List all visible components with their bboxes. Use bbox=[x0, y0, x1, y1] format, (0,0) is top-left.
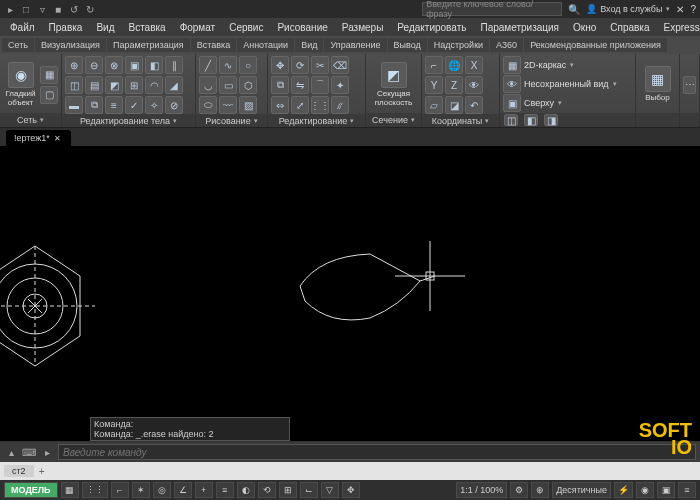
tab-manage[interactable]: Управление bbox=[324, 38, 386, 52]
gizmo-icon[interactable]: ✥ bbox=[342, 482, 360, 498]
file-tab-drawing1[interactable]: !ертеж1* ✕ bbox=[6, 130, 71, 146]
exchange-icon[interactable]: ✕ bbox=[676, 4, 684, 15]
line-icon[interactable]: ╱ bbox=[199, 56, 217, 74]
intersect-icon[interactable]: ⊗ bbox=[105, 56, 123, 74]
slice-icon[interactable]: ∥ bbox=[165, 56, 183, 74]
command-input[interactable] bbox=[58, 444, 696, 460]
explode-icon[interactable]: ✦ bbox=[331, 76, 349, 94]
menu-insert[interactable]: Вставка bbox=[122, 20, 171, 35]
ucs-x-icon[interactable]: X bbox=[465, 56, 483, 74]
rotate-icon[interactable]: ⟳ bbox=[291, 56, 309, 74]
subtract-icon[interactable]: ⊖ bbox=[85, 56, 103, 74]
tab-a360[interactable]: A360 bbox=[490, 38, 523, 52]
ortho-toggle-icon[interactable]: ⌐ bbox=[111, 482, 129, 498]
osnap-toggle-icon[interactable]: ◎ bbox=[153, 482, 171, 498]
hatch-icon[interactable]: ▨ bbox=[239, 96, 257, 114]
vis-ex-icon-1[interactable]: ◫ bbox=[504, 114, 518, 126]
panel-modify-label[interactable]: Редактирование▾ bbox=[268, 114, 365, 127]
filter-icon[interactable]: ▽ bbox=[321, 482, 339, 498]
imprint-icon[interactable]: ◩ bbox=[105, 76, 123, 94]
tab-insert[interactable]: Вставка bbox=[191, 38, 236, 52]
move-icon[interactable]: ✥ bbox=[271, 56, 289, 74]
add-layout-icon[interactable]: + bbox=[35, 464, 49, 478]
vis-ex-icon-2[interactable]: ◧ bbox=[524, 114, 538, 126]
ucs-icon[interactable]: ⌐ bbox=[425, 56, 443, 74]
hardware-accel-icon[interactable]: ⚡ bbox=[614, 482, 633, 498]
tab-output[interactable]: Вывод bbox=[388, 38, 427, 52]
drawing-canvas[interactable]: Команда: Команда: _.erase найдено: 2 bbox=[0, 146, 700, 442]
union-icon[interactable]: ⊕ bbox=[65, 56, 83, 74]
otrack-toggle-icon[interactable]: ∠ bbox=[174, 482, 192, 498]
trim-icon[interactable]: ✂ bbox=[311, 56, 329, 74]
tab-visualize[interactable]: Визуализация bbox=[35, 38, 106, 52]
panel-coords-label[interactable]: Координаты▾ bbox=[422, 114, 499, 127]
dyn-input-icon[interactable]: + bbox=[195, 482, 213, 498]
command-recent-icon[interactable]: ⌨ bbox=[22, 445, 36, 459]
qat-new-icon[interactable]: □ bbox=[20, 3, 32, 15]
menu-modify[interactable]: Редактировать bbox=[391, 20, 472, 35]
thicken-icon[interactable]: ▤ bbox=[85, 76, 103, 94]
menu-parametric[interactable]: Параметризация bbox=[474, 20, 565, 35]
annotation-monitor-icon[interactable]: ⊕ bbox=[531, 482, 549, 498]
tab-annotate[interactable]: Аннотации bbox=[237, 38, 294, 52]
app-menu-icon[interactable]: ▸ bbox=[4, 3, 16, 15]
annotation-scale[interactable]: 1:1 / 100% bbox=[456, 482, 507, 498]
clean-screen-icon[interactable]: ▣ bbox=[657, 482, 675, 498]
taper-icon[interactable]: ◧ bbox=[145, 56, 163, 74]
tab-addins[interactable]: Надстройки bbox=[428, 38, 489, 52]
ucs-z-icon[interactable]: Z bbox=[445, 76, 463, 94]
smooth-object-button[interactable]: ◉ Гладкий объект bbox=[3, 56, 38, 113]
model-space-button[interactable]: МОДЕЛЬ bbox=[4, 482, 58, 498]
panel-solid-edit-label[interactable]: Редактирование тела▾ bbox=[62, 114, 195, 127]
menu-window[interactable]: Окно bbox=[567, 20, 602, 35]
interfere-icon[interactable]: ⊘ bbox=[165, 96, 183, 114]
transparency-icon[interactable]: ◐ bbox=[237, 482, 255, 498]
polyline-icon[interactable]: ∿ bbox=[219, 56, 237, 74]
ellipse-icon[interactable]: ⬭ bbox=[199, 96, 217, 114]
menu-dimension[interactable]: Размеры bbox=[336, 20, 390, 35]
grid-toggle-icon[interactable]: ▦ bbox=[61, 482, 79, 498]
erase-icon[interactable]: ⌫ bbox=[331, 56, 349, 74]
fillet-edge-icon[interactable]: ◠ bbox=[145, 76, 163, 94]
3dosnap-icon[interactable]: ⊞ bbox=[279, 482, 297, 498]
qat-undo-icon[interactable]: ↺ bbox=[68, 3, 80, 15]
panel-draw-label[interactable]: Рисование▾ bbox=[196, 114, 267, 127]
chamfer-edge-icon[interactable]: ◢ bbox=[165, 76, 183, 94]
ucs-view-icon[interactable]: 👁 bbox=[465, 76, 483, 94]
help-icon[interactable]: ? bbox=[690, 4, 696, 15]
qat-open-icon[interactable]: ▿ bbox=[36, 3, 48, 15]
menu-file[interactable]: Файл bbox=[4, 20, 41, 35]
panel-mesh-label[interactable]: Сеть▾ bbox=[0, 113, 61, 127]
check-icon[interactable]: ✓ bbox=[125, 96, 143, 114]
visual-style-dropdown[interactable]: ▦ 2D-каркас▾ bbox=[503, 56, 632, 74]
circle-icon[interactable]: ○ bbox=[239, 56, 257, 74]
ribbon-overflow-icon[interactable]: ⋯ bbox=[683, 76, 696, 94]
workspace-icon[interactable]: ⚙ bbox=[510, 482, 528, 498]
offset-icon[interactable]: ⫽ bbox=[331, 96, 349, 114]
menu-draw[interactable]: Рисование bbox=[271, 20, 333, 35]
ucs-prev-icon[interactable]: ↶ bbox=[465, 96, 483, 114]
array-icon[interactable]: ⋮⋮ bbox=[311, 96, 329, 114]
view-direction-dropdown[interactable]: ▣ Сверху▾ bbox=[503, 94, 632, 112]
sign-in-button[interactable]: 👤 Вход в службы ▾ bbox=[586, 4, 670, 14]
stretch-icon[interactable]: ⇔ bbox=[271, 96, 289, 114]
separate-icon[interactable]: ⊞ bbox=[125, 76, 143, 94]
scale-icon[interactable]: ⤢ bbox=[291, 96, 309, 114]
isolate-icon[interactable]: ◉ bbox=[636, 482, 654, 498]
menu-tools[interactable]: Сервис bbox=[223, 20, 269, 35]
mirror-icon[interactable]: ⇋ bbox=[291, 76, 309, 94]
extrude-face-icon[interactable]: ▣ bbox=[125, 56, 143, 74]
spline-icon[interactable]: 〰 bbox=[219, 96, 237, 114]
menu-view[interactable]: Вид bbox=[90, 20, 120, 35]
menu-edit[interactable]: Правка bbox=[43, 20, 89, 35]
clean-icon[interactable]: ✧ bbox=[145, 96, 163, 114]
lineweight-icon[interactable]: ≡ bbox=[216, 482, 234, 498]
tab-parametric[interactable]: Параметризация bbox=[107, 38, 190, 52]
copy-edge-icon[interactable]: ⧉ bbox=[85, 96, 103, 114]
mesh-more-icon[interactable]: ▦ bbox=[40, 66, 58, 84]
ucs-object-icon[interactable]: ▱ bbox=[425, 96, 443, 114]
units-button[interactable]: Десятичные bbox=[552, 482, 611, 498]
qat-redo-icon[interactable]: ↻ bbox=[84, 3, 96, 15]
help-search-input[interactable]: Введите ключевое слово/фразу bbox=[422, 2, 562, 16]
qat-save-icon[interactable]: ■ bbox=[52, 3, 64, 15]
